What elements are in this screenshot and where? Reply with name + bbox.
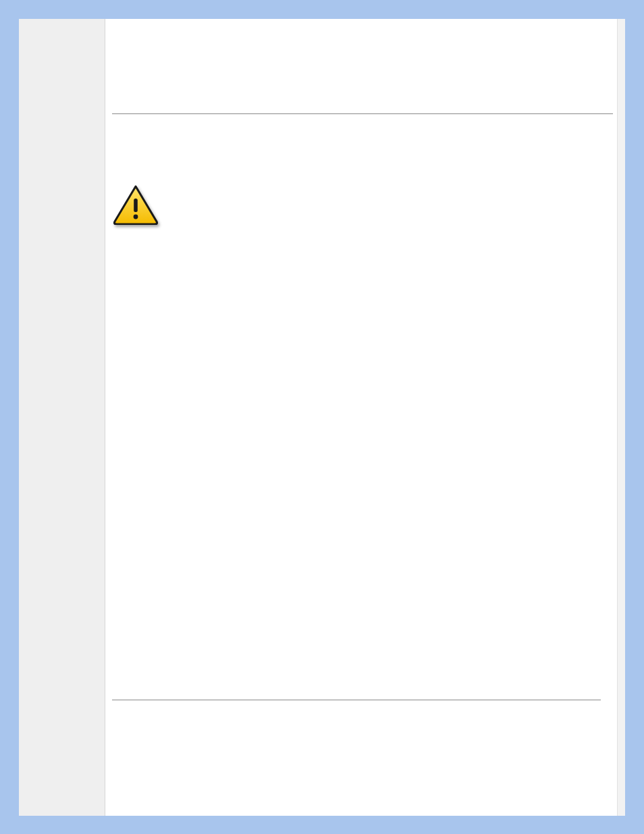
- warning-icon: [112, 184, 159, 225]
- svg-point-1: [134, 215, 138, 219]
- warning-block: [105, 184, 625, 228]
- left-margin-sidebar: [19, 19, 105, 816]
- header-divider: [112, 113, 613, 114]
- right-scroll-gutter: [617, 19, 625, 816]
- document-content-area: [105, 19, 625, 816]
- footer-divider: [112, 700, 601, 700]
- document-page: [19, 19, 625, 816]
- footer-divider-wrap: [105, 700, 613, 700]
- header-spacer: [105, 19, 625, 113]
- svg-rect-0: [134, 199, 138, 212]
